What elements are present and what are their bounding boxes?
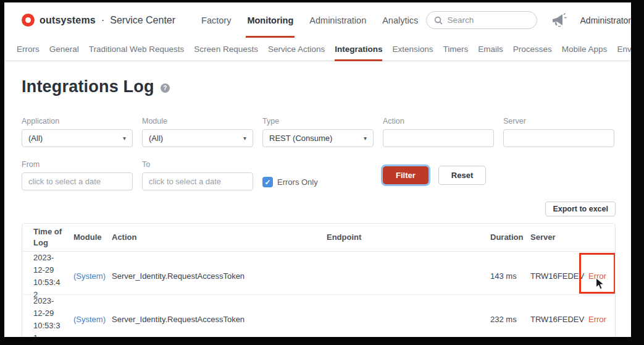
chevron-down-icon: ▾ <box>243 135 246 142</box>
tab-service-actions[interactable]: Service Actions <box>268 38 325 61</box>
check-icon: ✓ <box>264 178 270 187</box>
to-field: To <box>142 160 253 190</box>
action-label: Action <box>383 117 494 126</box>
export-row: Export to excel <box>22 202 616 216</box>
application-field: Application (All) ▾ <box>22 117 133 147</box>
server-input[interactable] <box>503 129 614 147</box>
application-select[interactable]: (All) ▾ <box>22 129 133 147</box>
tab-extensions[interactable]: Extensions <box>392 38 433 61</box>
action-field: Action <box>383 117 494 147</box>
nav-item-factory[interactable]: Factory <box>201 2 231 38</box>
title-row: Integrations Log ? <box>22 77 616 96</box>
tab-traditional-web-requests[interactable]: Traditional Web Requests <box>89 38 185 61</box>
action-input[interactable] <box>383 129 494 147</box>
col-header-action: Action <box>112 232 327 243</box>
filter-buttons: Filter Reset <box>383 160 614 190</box>
tab-screen-requests[interactable]: Screen Requests <box>194 38 258 61</box>
module-link[interactable]: (System) <box>73 315 106 324</box>
table-row: 2023-12-29 10:53:42 (System) Server_Iden… <box>22 252 615 295</box>
chevron-down-icon: ▾ <box>123 135 126 142</box>
col-header-time-of-log: Time of Log <box>33 226 73 249</box>
search-placeholder: Search <box>448 15 474 25</box>
type-select[interactable]: REST (Consume) ▾ <box>262 129 374 147</box>
cell-time: 2023-12-29 10:53:31 <box>33 295 69 337</box>
col-header-duration: Duration <box>490 232 530 243</box>
search-icon <box>434 16 443 25</box>
cell-status: Error <box>581 270 615 283</box>
chevron-down-icon: ▾ <box>364 135 367 142</box>
search-input[interactable]: Search <box>426 11 537 29</box>
tab-mobile-apps[interactable]: Mobile Apps <box>562 38 608 61</box>
table-row: 2023-12-29 10:53:31 (System) Server_Iden… <box>22 295 615 337</box>
errors-only-field: ✓ Errors Only <box>262 177 374 187</box>
module-link[interactable]: (System) <box>73 271 106 281</box>
cell-action: Server_Identity.RequestAccessToken <box>112 270 327 283</box>
main-nav: Factory Monitoring Administration Analyt… <box>201 2 418 38</box>
filter-row-2: From To ✓ Errors Only Filter Reset <box>22 160 616 190</box>
cell-server: TRW16FEDEV <box>530 313 581 326</box>
filter-button[interactable]: Filter <box>383 166 429 184</box>
tab-timers[interactable]: Timers <box>443 38 469 61</box>
monitoring-tabbar: Errors General Traditional Web Requests … <box>4 38 631 61</box>
cell-status: Error <box>581 313 615 326</box>
brand-name: outsystems <box>40 15 96 26</box>
type-label: Type <box>262 117 374 126</box>
export-to-excel-button[interactable]: Export to excel <box>545 202 616 216</box>
tab-general[interactable]: General <box>49 38 79 61</box>
brand[interactable]: outsystems · Service Center <box>22 14 175 27</box>
cell-time: 2023-12-29 10:53:42 <box>33 252 69 301</box>
module-value: (All) <box>149 134 163 143</box>
cell-duration: 232 ms <box>490 313 530 326</box>
error-link[interactable]: Error <box>588 271 606 281</box>
brand-product: Service Center <box>110 15 175 26</box>
to-label: To <box>142 160 253 169</box>
module-select[interactable]: (All) ▾ <box>142 129 253 147</box>
module-field: Module (All) ▾ <box>142 117 253 147</box>
table-header-row: Time of Log Module Action Endpoint Durat… <box>22 224 615 252</box>
type-field: Type REST (Consume) ▾ <box>262 117 374 147</box>
cell-duration: 143 ms <box>490 270 530 283</box>
cell-server: TRW16FEDEV <box>530 270 581 283</box>
col-header-server: Server <box>530 232 581 243</box>
from-field: From <box>22 160 133 190</box>
page-title: Integrations Log <box>22 77 154 96</box>
main-content: Integrations Log ? Application (All) ▾ M… <box>4 77 631 337</box>
top-header: outsystems · Service Center Factory Moni… <box>4 2 631 38</box>
type-value: REST (Consume) <box>269 134 332 143</box>
brand-separator: · <box>101 15 104 26</box>
to-date-input[interactable] <box>142 172 253 190</box>
integrations-log-table: Time of Log Module Action Endpoint Durat… <box>22 223 616 337</box>
tab-emails[interactable]: Emails <box>478 38 503 61</box>
tab-processes[interactable]: Processes <box>513 38 552 61</box>
server-field: Server <box>503 117 614 147</box>
col-header-endpoint: Endpoint <box>327 232 490 243</box>
filter-row-1: Application (All) ▾ Module (All) ▾ Type … <box>22 117 616 147</box>
service-center-window: outsystems · Service Center Factory Moni… <box>4 2 631 337</box>
error-link[interactable]: Error <box>588 315 606 324</box>
cell-module: (System) <box>73 313 112 326</box>
announcements-megaphone-icon[interactable] <box>551 12 568 28</box>
header-right: Search Administrator <box>426 11 631 29</box>
errors-only-label: Errors Only <box>277 177 318 187</box>
application-label: Application <box>22 117 133 126</box>
help-icon[interactable]: ? <box>161 83 170 93</box>
outsystems-logo-icon <box>22 14 35 27</box>
nav-item-monitoring[interactable]: Monitoring <box>247 2 293 38</box>
reset-button[interactable]: Reset <box>438 166 486 185</box>
tab-errors[interactable]: Errors <box>17 38 40 61</box>
errors-only-checkbox[interactable]: ✓ <box>262 177 273 187</box>
current-user-label[interactable]: Administrator <box>580 15 631 25</box>
from-date-input[interactable] <box>22 172 133 190</box>
cell-action: Server_Identity.RequestAccessToken <box>112 313 327 326</box>
nav-item-administration[interactable]: Administration <box>309 2 366 38</box>
tab-environment-health[interactable]: Environment Health <box>617 38 631 61</box>
nav-item-analytics[interactable]: Analytics <box>382 2 418 38</box>
module-label: Module <box>142 117 253 126</box>
server-label: Server <box>503 117 614 126</box>
tab-integrations[interactable]: Integrations <box>335 38 382 61</box>
cell-module: (System) <box>73 270 112 283</box>
application-value: (All) <box>28 134 43 143</box>
col-header-module: Module <box>73 232 112 243</box>
from-label: From <box>22 160 133 169</box>
